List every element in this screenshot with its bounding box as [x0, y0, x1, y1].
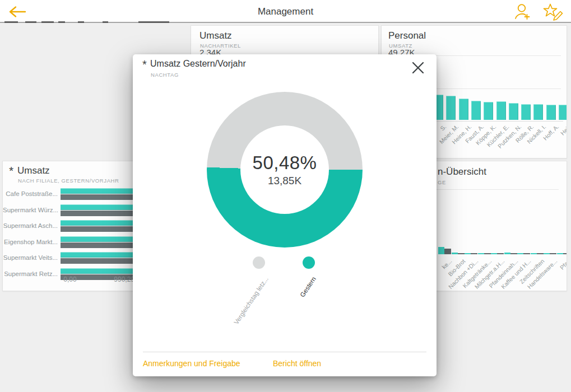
personal-bar[interactable] — [446, 96, 456, 120]
donut-absolute-value: 13,85K — [268, 175, 301, 187]
axis-min-label: 0,00 — [56, 276, 84, 283]
uebersicht-bar-gray[interactable] — [497, 253, 504, 254]
tile-title: Personal — [388, 30, 426, 41]
uebersicht-bar-teal[interactable] — [438, 247, 444, 254]
footer-divider — [143, 352, 426, 352]
uebersicht-bar-gray[interactable] — [510, 253, 517, 254]
uebersicht-bar-teal[interactable] — [491, 253, 497, 255]
filiale-row-label: Supermarkt Asch... — [3, 220, 58, 232]
uebersicht-bar-teal[interactable] — [544, 253, 550, 255]
close-icon — [411, 60, 425, 75]
edit-favorite-button[interactable] — [542, 3, 563, 21]
close-button[interactable] — [411, 60, 425, 75]
personal-bar[interactable] — [533, 104, 543, 120]
uebersicht-bar-gray[interactable] — [537, 253, 544, 254]
uebersicht-bar-gray[interactable] — [563, 253, 568, 254]
uebersicht-bar-gray[interactable] — [550, 253, 556, 254]
filiale-row-label: Supermarkt Würz... — [3, 204, 58, 217]
personal-bar[interactable] — [559, 105, 567, 120]
filiale-row-label: Eigenshop Markt... — [3, 236, 58, 249]
chart-baseline — [429, 121, 563, 122]
uebersicht-bar-teal[interactable] — [452, 253, 458, 254]
personal-bar[interactable] — [496, 101, 506, 120]
uebersicht-bar-teal[interactable] — [517, 253, 523, 255]
uebersicht-bar-teal[interactable] — [478, 253, 484, 255]
tile-title: Umsatz — [17, 165, 50, 176]
personal-bar[interactable] — [546, 105, 556, 120]
app-canvas: Management Umsatz NACHARTIKEL 2,34K — [0, 0, 571, 392]
favorite-star-icon: * — [142, 61, 147, 68]
uebersicht-bar-gray[interactable] — [523, 253, 530, 254]
uebersicht-bar-teal[interactable] — [465, 253, 471, 255]
uebersicht-bar-gray[interactable] — [444, 249, 451, 254]
axis-max-label: 990,29 — [104, 276, 134, 283]
filiale-row-label: Supermarkt Retz... — [3, 268, 58, 281]
tile-subtitle: NACH FILIALE, GESTERN/VORJAHR — [18, 178, 119, 184]
dialog-subtitle: NACHTAG — [151, 72, 179, 78]
tile-subtitle: GE — [438, 179, 446, 185]
tile-title: n-Übersicht — [438, 166, 486, 178]
legend-label-vergleichstag: Vergleichstag letz... — [214, 276, 270, 353]
personal-bar[interactable] — [471, 101, 481, 120]
filiale-row-label: Cafe Poststraße... — [3, 188, 58, 200]
dialog-title: Umsatz Gestern/Vorjahr — [150, 59, 246, 69]
favorite-star-icon: * — [9, 167, 13, 175]
person-add-icon — [512, 3, 532, 21]
filiale-row-label: Supermarkt Veits... — [3, 251, 58, 264]
umsatz-gestern-vorjahr-dialog: * Umsatz Gestern/Vorjahr NACHTAG 50,48% … — [133, 54, 437, 376]
app-header: Management — [0, 0, 571, 23]
tile-title: Umsatz — [199, 30, 232, 41]
legend-label-gestern: Gestern — [277, 276, 317, 330]
annotations-share-link[interactable]: Anmerkungen und Freigabe — [143, 359, 240, 368]
star-edit-icon — [542, 3, 564, 21]
personal-bar[interactable] — [509, 103, 518, 120]
legend-dot-gestern[interactable] — [303, 256, 315, 269]
donut-center: 50,48% 13,85K — [240, 125, 329, 214]
uebersicht-bar-gray[interactable] — [484, 253, 491, 254]
personal-bar[interactable] — [484, 102, 493, 120]
uebersicht-bar-gray[interactable] — [471, 253, 477, 254]
open-report-link[interactable]: Bericht öffnen — [273, 359, 321, 368]
uebersicht-bar-teal[interactable] — [504, 253, 510, 254]
personal-bar[interactable] — [521, 104, 531, 120]
donut-percent-value: 50,48% — [253, 152, 317, 174]
legend-dot-vergleichstag[interactable] — [253, 256, 265, 269]
page-title: Management — [0, 0, 571, 23]
personal-bar[interactable] — [459, 99, 468, 120]
uebersicht-bar-teal[interactable] — [557, 253, 563, 255]
uebersicht-bar-teal[interactable] — [531, 253, 537, 255]
add-person-button[interactable] — [512, 3, 532, 21]
uebersicht-bar-gray[interactable] — [458, 253, 465, 254]
donut-chart[interactable]: 50,48% 13,85K — [207, 92, 363, 248]
